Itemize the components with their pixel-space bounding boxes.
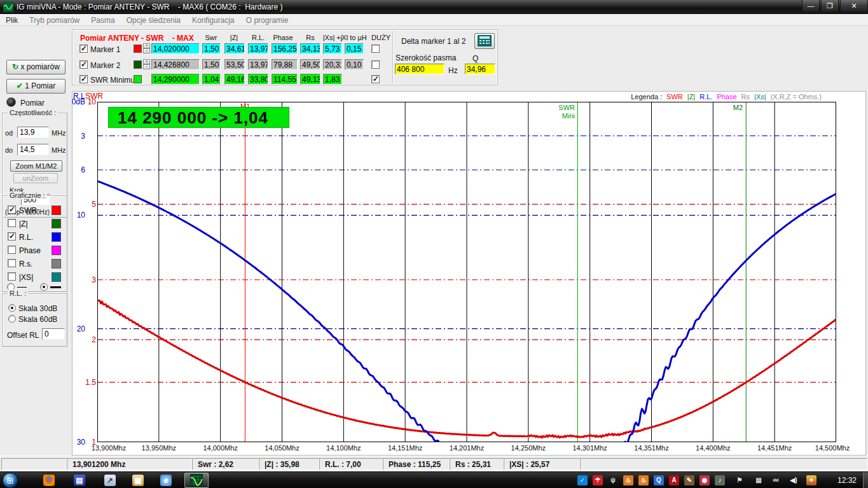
firefox-icon[interactable] [43,475,55,486]
rl-group-title: R.L. : [8,289,28,297]
quicktime-icon[interactable]: Q [654,475,664,485]
title-bar[interactable]: IG miniVNA - Mode : Pomiar ANTENY - SWR … [0,0,868,14]
marker2-enable-checkbox[interactable] [79,60,88,69]
scale-60db-radio[interactable] [8,315,16,323]
trace-checkbox-1[interactable] [8,219,16,227]
q-label: Q [472,54,478,63]
trace-checkbox-2[interactable] [8,232,16,241]
marker2-xs: 20,31 [323,59,342,70]
sweep-plot[interactable] [97,102,836,442]
from-label: od [5,129,13,137]
remote-app-icon[interactable]: ↗ [104,475,116,486]
q-field[interactable]: 34,96 [465,64,495,74]
marker2-freq-field[interactable]: 14,426800 [151,59,200,70]
swrmin-enable-checkbox[interactable] [79,75,88,83]
dropbox-icon[interactable]: ✓ [577,475,588,485]
marker1-big-checkbox[interactable] [371,45,380,53]
offset-rl-input[interactable] [42,328,65,340]
frequency-group-title: Częstotliwość : [8,109,58,116]
thick-line-radio[interactable] [40,283,48,291]
java-update-icon[interactable]: ♨ [623,475,633,485]
freq-from-input[interactable] [17,127,49,138]
trace-label-0: SWR [19,206,37,215]
language-flag-icon[interactable]: ⚑ [734,475,745,485]
zoom-m1-m2-button[interactable]: Zoom M1/M2 [10,160,62,172]
trace-label-4: R.s. [19,260,32,268]
column-header-2: R.L. [252,34,265,41]
java-update-icon-2[interactable]: ♨ [638,475,649,485]
menu-item-pasma[interactable]: Pasma [85,15,120,26]
column-header-4: Rs [306,34,314,41]
minimize-button[interactable]: — [802,0,820,12]
media-app-icon[interactable]: ◉ [699,475,710,485]
swrmin-z: 49,16 [224,74,245,85]
marker2-spinner[interactable]: +− [143,59,150,70]
legend-units-note: (X,R,Z = Ohms.) [771,93,822,101]
bandwidth-field[interactable]: 406 800 [395,64,444,74]
swrmin-big-checkbox[interactable] [371,75,380,83]
bandwidth-label: Szerokość pasma [396,53,456,62]
marker2-rl: 13,97 [248,59,268,70]
start-button[interactable]: ⊞ [3,473,18,488]
trace-checkbox-5[interactable] [8,272,16,281]
close-button[interactable]: ✕ [840,0,868,12]
show-desktop-button[interactable] [863,472,868,488]
network-signal-icon[interactable]: ılıl [771,475,781,485]
scale-30db-radio[interactable] [8,304,16,312]
calculator-button[interactable] [474,33,495,49]
status-bar: 13,901200 MhzSwr : 2,62|Z| : 35,98R.L. :… [0,456,868,471]
delta-marker-title: Delta marker 1 al 2 [401,37,465,46]
windows-explorer-icon[interactable]: ▦ [132,475,144,486]
trace-checkbox-4[interactable] [8,259,16,267]
ati-icon[interactable]: A [669,475,679,485]
column-header-3: Phase [273,34,293,41]
menu-item-o-programie[interactable]: O programie [240,15,294,26]
menu-item-plik[interactable]: Plik [0,15,24,26]
taskbar: ⊞ ▤↗▦e ✓☂ψ♨♨QA✎◉♪⚑▤ılıl◀)✦ 12:32 [0,471,868,488]
pen-tablet-icon[interactable]: ✎ [684,475,694,485]
freq-to-input[interactable] [17,144,49,155]
x-tick-label: 14,500Mhz [815,444,850,452]
marker1-xl: 0,15 [345,43,364,54]
single-measure-button[interactable]: ✔ 1 Pomiar [6,79,65,94]
marker1-freq-field[interactable]: 14,020000 [151,43,200,54]
mhz-label: MHz [52,129,66,137]
marker1-enable-checkbox[interactable] [79,45,88,53]
menu-item-konfiguracja[interactable]: Konfiguracja [186,15,240,26]
column-header-0: Swr [205,34,217,41]
avira-icon[interactable]: ☂ [593,475,603,485]
marker2-xl: 0,10 [345,59,364,70]
taskbar-minivna-active[interactable] [184,473,209,488]
status-cell-5: Phase : 115,25 [383,458,450,470]
menu-item-tryb-pomiar-w[interactable]: Tryb pomiarów [24,15,85,26]
swrmin-xs: 1,83 [323,74,342,85]
save-floppy-icon[interactable]: ▤ [74,475,85,486]
multi-measure-button[interactable]: ↻ x pomiarów [6,60,65,74]
trace-checkbox-0[interactable] [8,206,16,214]
swr-tick-label: 3 [79,275,96,284]
restore-button[interactable]: ❐ [821,0,839,12]
trace-label-3: Phase [19,246,41,255]
unzoom-button[interactable]: unZoom [13,173,58,183]
safely-remove-icon[interactable]: ▤ [754,475,764,485]
measure-led-icon [6,97,16,107]
wireless-antenna-icon[interactable]: ψ [608,475,618,485]
marker1-spinner[interactable]: +− [143,43,150,54]
clock[interactable]: 12:32 [837,476,857,485]
security-shield-icon[interactable]: ✦ [806,475,816,485]
volume-icon[interactable]: ◀) [789,475,799,485]
marker2-phase: 79,88 [272,59,298,70]
swr-tick-label: 5 [79,200,96,209]
menu-item-opcje-ledzenia[interactable]: Opcje śledzenia [121,15,186,26]
trace-checkbox-3[interactable] [8,246,16,254]
marker2-big-checkbox[interactable] [371,60,380,69]
marker-panel-title: Pomiar ANTENY - SWR - MAX [80,34,194,43]
internet-explorer-icon[interactable]: e [160,475,172,486]
music-note-icon[interactable]: ♪ [715,475,725,485]
x-tick-label: 14,250Mhz [511,444,546,452]
chart-legend: Legenda :SWR|Z|R.L.PhaseRs|Xs|(X,R,Z = O… [631,93,822,101]
legend-item-Z: |Z| [687,93,695,101]
scale-60db-label: Skala 60dB [18,315,57,324]
marker2-z: 53,50 [224,59,245,70]
marker-panel: Pomiar ANTENY - SWR - MAX Swr|Z|R.L.Phas… [72,29,498,85]
